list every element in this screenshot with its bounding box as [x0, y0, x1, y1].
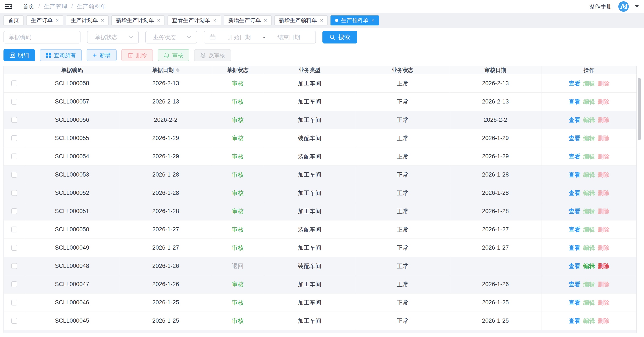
- edit-link[interactable]: 编辑: [583, 171, 595, 179]
- delete-link[interactable]: 删除: [598, 281, 610, 288]
- vertical-scrollbar-thumb[interactable]: [638, 78, 641, 140]
- delete-link[interactable]: 删除: [598, 189, 610, 197]
- tab-close-icon[interactable]: ×: [213, 18, 216, 23]
- row-checkbox[interactable]: [11, 227, 17, 232]
- view-link[interactable]: 查看: [569, 153, 580, 160]
- add-button[interactable]: + 新增: [86, 49, 116, 61]
- view-link[interactable]: 查看: [569, 226, 580, 234]
- cell-operations: 查看编辑删除: [542, 239, 636, 257]
- edit-link[interactable]: 编辑: [583, 226, 595, 234]
- delete-link[interactable]: 删除: [598, 98, 610, 106]
- view-link[interactable]: 查看: [569, 98, 580, 106]
- delete-link[interactable]: 删除: [598, 153, 610, 160]
- delete-link[interactable]: 删除: [598, 207, 610, 215]
- edit-link[interactable]: 编辑: [583, 281, 595, 288]
- edit-link[interactable]: 编辑: [583, 153, 595, 160]
- row-checkbox[interactable]: [11, 281, 17, 287]
- view-link[interactable]: 查看: [569, 134, 580, 142]
- row-checkbox[interactable]: [11, 172, 17, 178]
- user-menu-caret-icon[interactable]: [635, 5, 639, 7]
- breadcrumb-current-page: 生产领料单: [77, 2, 106, 10]
- audit-date: 2026-1-28: [482, 171, 509, 178]
- delete-link[interactable]: 删除: [598, 171, 610, 179]
- row-checkbox[interactable]: [11, 80, 17, 86]
- doc-status-placeholder: 单据状态: [95, 33, 118, 41]
- user-avatar[interactable]: M: [618, 1, 629, 12]
- edit-link[interactable]: 编辑: [583, 299, 595, 307]
- row-checkbox[interactable]: [11, 263, 17, 269]
- edit-link[interactable]: 编辑: [583, 80, 595, 87]
- row-checkbox[interactable]: [11, 99, 17, 105]
- header-doc-date[interactable]: 单据日期: [119, 66, 212, 74]
- row-checkbox[interactable]: [11, 117, 17, 123]
- edit-link[interactable]: 编辑: [583, 189, 595, 197]
- doc-status-select[interactable]: 单据状态: [87, 31, 139, 43]
- delete-link[interactable]: 删除: [598, 226, 610, 234]
- tab-6[interactable]: 新增生产领料单×: [274, 15, 328, 25]
- breadcrumb-production-mgmt[interactable]: 生产管理: [44, 2, 68, 10]
- view-link[interactable]: 查看: [569, 317, 580, 325]
- tab-4[interactable]: 查看生产计划单×: [168, 15, 221, 25]
- row-checkbox[interactable]: [11, 245, 17, 251]
- search-button[interactable]: 搜索: [322, 31, 357, 43]
- table-row: SCLL0000472026-1-26审核加工车间正常2026-1-26查看编辑…: [4, 275, 636, 294]
- delete-link[interactable]: 删除: [598, 299, 610, 307]
- row-checkbox[interactable]: [11, 190, 17, 196]
- tab-close-icon[interactable]: ×: [320, 18, 323, 23]
- delete-link[interactable]: 删除: [598, 134, 610, 142]
- tab-close-icon[interactable]: ×: [372, 18, 374, 23]
- edit-link[interactable]: 编辑: [583, 98, 595, 106]
- tab-3[interactable]: 新增生产计划单×: [112, 15, 165, 25]
- doc-status-badge: 审核: [232, 317, 244, 325]
- tab-close-icon[interactable]: ×: [264, 18, 267, 23]
- delete-button[interactable]: 删除: [122, 49, 153, 61]
- view-link[interactable]: 查看: [569, 244, 580, 252]
- view-link[interactable]: 查看: [569, 171, 580, 179]
- tab-1[interactable]: 生产订单×: [26, 15, 63, 25]
- edit-link[interactable]: 编辑: [583, 134, 595, 142]
- delete-link[interactable]: 删除: [598, 244, 610, 252]
- edit-link[interactable]: 编辑: [583, 207, 595, 215]
- date-range-picker[interactable]: 开始日期 - 结束日期: [204, 31, 316, 43]
- menu-fold-icon[interactable]: [5, 3, 12, 10]
- tab-5[interactable]: 新增生产订单×: [224, 15, 272, 25]
- edit-link[interactable]: 编辑: [583, 244, 595, 252]
- delete-link[interactable]: 删除: [598, 317, 610, 325]
- row-checkbox[interactable]: [11, 300, 17, 306]
- tab-close-icon[interactable]: ×: [56, 18, 59, 23]
- operation-manual-link[interactable]: 操作手册: [589, 2, 612, 10]
- unaudit-button[interactable]: 反审核: [194, 49, 231, 61]
- view-link[interactable]: 查看: [569, 207, 580, 215]
- tab-close-icon[interactable]: ×: [157, 18, 160, 23]
- view-link[interactable]: 查看: [569, 299, 580, 307]
- row-checkbox-cell: [4, 275, 25, 294]
- edit-link[interactable]: 编辑: [583, 116, 595, 124]
- edit-link[interactable]: 编辑: [583, 262, 595, 270]
- breadcrumb-home[interactable]: 首页: [23, 2, 34, 10]
- sort-icon[interactable]: [176, 68, 180, 72]
- tab-close-icon[interactable]: ×: [101, 18, 104, 23]
- tab-2[interactable]: 生产计划单×: [66, 15, 108, 25]
- audit-button[interactable]: 审核: [158, 49, 189, 61]
- view-link[interactable]: 查看: [569, 281, 580, 288]
- view-link[interactable]: 查看: [569, 116, 580, 124]
- row-checkbox[interactable]: [11, 208, 17, 214]
- delete-link[interactable]: 删除: [598, 116, 610, 124]
- view-link[interactable]: 查看: [569, 80, 580, 87]
- detail-button[interactable]: 明细: [4, 49, 35, 61]
- row-checkbox[interactable]: [11, 135, 17, 141]
- view-link[interactable]: 查看: [569, 262, 580, 270]
- row-checkbox[interactable]: [11, 318, 17, 324]
- view-link[interactable]: 查看: [569, 189, 580, 197]
- doc-code-input[interactable]: [4, 34, 80, 41]
- tab-0[interactable]: 首页: [4, 15, 24, 25]
- biz-status-select[interactable]: 业务状态: [145, 31, 197, 43]
- tab-7[interactable]: 生产领料单×: [330, 15, 379, 25]
- doc-code: SCLL000054: [55, 153, 89, 160]
- doc-date: 2026-2-13: [152, 98, 179, 105]
- row-checkbox[interactable]: [11, 153, 17, 159]
- query-all-button[interactable]: 查询所有: [40, 49, 82, 61]
- delete-link[interactable]: 删除: [598, 262, 610, 270]
- delete-link[interactable]: 删除: [598, 80, 610, 87]
- edit-link[interactable]: 编辑: [583, 317, 595, 325]
